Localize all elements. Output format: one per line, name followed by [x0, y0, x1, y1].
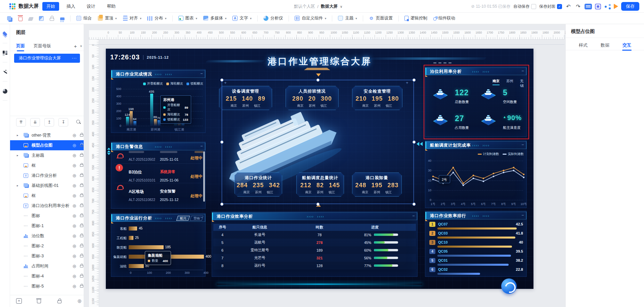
rank-row-2[interactable]: 3QC1040 [429, 240, 523, 249]
ribbon-item-8[interactable]: 自定义组件▾ [292, 14, 329, 23]
dashboard-canvas[interactable]: 17:26:032025-11-12港口作业管理综合大屏 ++设备调度管理215… [106, 49, 533, 289]
lock-icon[interactable] [80, 154, 83, 157]
redo-icon[interactable]: ↷ [575, 3, 582, 10]
breadcrumb[interactable]: 默认个人区 / 数据大屏 ∨ [294, 4, 342, 9]
add-page-icon[interactable]: + [74, 43, 77, 49]
lock-layer-icon[interactable] [57, 300, 61, 303]
undo-icon[interactable]: ↶ [565, 3, 572, 10]
app-logo-icon[interactable] [9, 3, 15, 9]
visibility-icon[interactable]: ◎ [73, 234, 76, 238]
preview-play-icon[interactable] [614, 4, 618, 9]
visibility-icon[interactable]: ◎ [73, 274, 76, 278]
ribbon-item-6[interactable]: A文字▾ [229, 14, 255, 23]
menu-tab-0[interactable]: 开始 [42, 2, 59, 11]
add-folder-icon[interactable]: + [16, 298, 22, 304]
checkbox-0[interactable] [531, 4, 536, 9]
ribbon-item-2[interactable]: 对齐▾ [120, 14, 145, 23]
visibility-icon[interactable]: ◎ [73, 254, 76, 258]
canvas-workspace[interactable]: 0501001502002503003504004505005506006507… [84, 24, 565, 307]
visibility-icon[interactable]: ◎ [73, 153, 76, 158]
selection-handle-5[interactable] [220, 203, 223, 206]
lock-icon[interactable] [80, 174, 83, 177]
edit-icon[interactable] [39, 16, 44, 21]
lock-icon[interactable] [80, 285, 83, 288]
ribbon-item-3[interactable]: 分布▾ [144, 14, 170, 23]
disclosure-icon[interactable]: ▸ [17, 134, 18, 137]
inspector-tab-0[interactable]: 样式 [576, 42, 590, 48]
collapse-icon[interactable]: ∨ [80, 44, 82, 48]
ribbon-item-9[interactable]: 主题▾ [335, 14, 360, 23]
menu-tab-1[interactable]: 插入 [62, 2, 79, 11]
layer-item-7[interactable]: T港口泊位利用率分析◎ [10, 201, 84, 211]
layer-item-9[interactable]: ⋯图标-1◎ [10, 221, 84, 231]
rank-row-0[interactable]: 1QC0742.5 [429, 222, 523, 231]
send-to-back-button[interactable]: ↧ [58, 118, 68, 126]
copy-icon[interactable] [7, 16, 11, 20]
inspector-tab-1[interactable]: 数据 [598, 42, 612, 48]
table-row-1[interactable]: 5远航号27845% [213, 239, 416, 246]
lock-icon[interactable] [80, 144, 83, 147]
layer-item-0[interactable]: ▸other-背景◎ [10, 130, 84, 140]
analysis-rail-icon[interactable] [0, 86, 10, 96]
resize-arrows-icon[interactable] [417, 142, 423, 146]
vessel-tab-0[interactable]: 船只 [176, 216, 190, 221]
rank-row-4[interactable]: 5QC0138.2 [429, 258, 523, 267]
table-row-0[interactable]: 4长途号7881% [213, 231, 416, 239]
delete-layer-icon[interactable] [37, 300, 41, 303]
share-icon[interactable] [604, 4, 611, 9]
visibility-icon[interactable]: ◎ [73, 133, 76, 138]
menu-tab-2[interactable]: 设计 [83, 2, 99, 11]
eraser-icon[interactable] [28, 17, 34, 21]
ribbon-item-10[interactable]: ⚙页面设置 [366, 14, 396, 23]
toggle-visibility-icon[interactable]: ◎ [77, 298, 82, 304]
rank-row-1[interactable]: 2QC0341.8 [429, 231, 523, 240]
layer-item-2[interactable]: ▸主标题◎ [10, 150, 84, 160]
help-assistant-bubble[interactable] [501, 278, 517, 294]
vessel-tab-1[interactable]: 货物 [190, 216, 204, 221]
selection-handle-3[interactable] [220, 141, 223, 144]
lock-icon[interactable] [80, 255, 83, 257]
ribbon-item-4[interactable]: 图表▾ [175, 14, 201, 23]
visibility-icon[interactable]: ◎ [73, 264, 76, 268]
components-rail-icon[interactable] [0, 48, 10, 58]
lock-icon[interactable] [80, 225, 83, 227]
breadcrumb-current[interactable]: 数据大屏 [321, 4, 338, 9]
lock-icon[interactable] [80, 235, 83, 237]
shortcut-keys-icon[interactable] [585, 4, 592, 9]
lock-icon[interactable] [80, 185, 83, 187]
layer-item-15[interactable]: ⋯图标-5◎ [10, 281, 84, 291]
visibility-icon[interactable]: ◎ [73, 284, 76, 289]
ribbon-item-0[interactable]: 组合 [73, 14, 95, 23]
layer-item-4[interactable]: T港口作业分析◎ [10, 170, 84, 181]
selection-handle-7[interactable] [413, 203, 416, 206]
visibility-icon[interactable]: ◎ [73, 223, 76, 228]
disclosure-icon[interactable]: ▸ [17, 154, 18, 157]
rank-row-3[interactable]: 4QC0539.5 [429, 249, 523, 258]
selection-handle-4[interactable] [413, 141, 416, 144]
bring-to-front-button[interactable]: ↥ [44, 118, 54, 126]
page-list-item[interactable]: 港口作业管理综合大屏 ··· [14, 54, 80, 63]
disclosure-icon[interactable]: ▸ [17, 184, 18, 187]
lock-icon[interactable] [80, 245, 83, 247]
layer-item-12[interactable]: ⋯图标-3◎ [10, 251, 84, 261]
lock-icon[interactable] [80, 265, 83, 267]
ribbon-item-5[interactable]: 多媒体▾ [200, 14, 229, 23]
selection-handle-0[interactable] [220, 79, 223, 82]
lock-icon[interactable] [80, 215, 83, 217]
table-row-4[interactable]: 8远行号12877% [213, 262, 416, 269]
layer-item-8[interactable]: ⋯图标◎ [10, 211, 84, 221]
fullscreen-preview-icon[interactable] [595, 4, 601, 9]
ribbon-item-1[interactable]: 置顶▾ [95, 14, 120, 23]
lock-icon[interactable] [80, 205, 83, 207]
selection-box[interactable] [222, 80, 414, 204]
menu-tab-3[interactable]: 帮助 [103, 2, 120, 11]
tab-page-master[interactable]: 页面母版 [34, 43, 51, 49]
inspector-tab-2[interactable]: 交互 [620, 42, 634, 48]
lock-icon[interactable] [80, 134, 83, 137]
lock-icon[interactable] [50, 18, 54, 21]
layer-item-1[interactable]: 模型占位图◎ [10, 140, 84, 150]
visibility-icon[interactable]: ◎ [73, 183, 76, 188]
move-layer-up-button[interactable]: ⇈ [16, 118, 26, 126]
selection-handle-2[interactable] [413, 79, 416, 82]
breadcrumb-workspace[interactable]: 默认个人区 [294, 4, 315, 9]
